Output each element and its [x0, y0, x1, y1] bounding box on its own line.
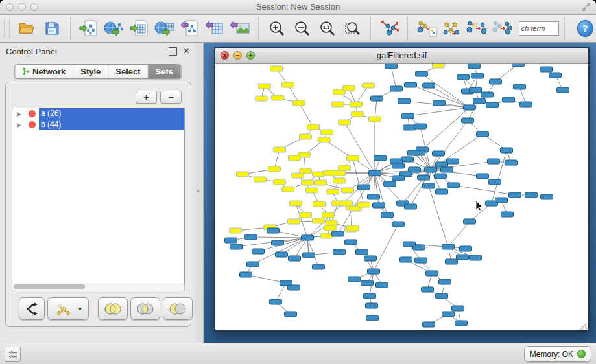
graph-node[interactable] [436, 293, 448, 299]
graph-node[interactable] [318, 137, 331, 142]
graph-node[interactable] [285, 312, 297, 317]
graph-node[interactable] [423, 83, 435, 88]
graph-node[interactable] [470, 255, 482, 260]
graph-node[interactable] [477, 174, 489, 179]
graph-node[interactable] [481, 92, 494, 97]
graph-node[interactable] [441, 167, 453, 172]
graph-node[interactable] [381, 212, 394, 218]
graph-node[interactable] [557, 87, 569, 93]
graph-node[interactable] [447, 159, 459, 164]
graph-node[interactable] [333, 178, 346, 183]
graph-node[interactable] [230, 228, 242, 233]
graph-node[interactable] [230, 244, 243, 249]
graph-node[interactable] [490, 79, 502, 84]
graph-node[interactable] [364, 256, 377, 261]
graph-node[interactable] [401, 157, 414, 162]
graph-node[interactable] [392, 222, 405, 227]
export-image-button[interactable] [228, 17, 253, 40]
graph-node[interactable] [267, 228, 280, 233]
graph-node[interactable] [332, 231, 344, 236]
task-history-button[interactable] [5, 347, 21, 362]
graph-node[interactable] [525, 192, 538, 198]
remove-set-button[interactable]: − [160, 91, 182, 104]
graph-node[interactable] [376, 282, 388, 288]
resize-grip[interactable] [578, 321, 588, 330]
graph-node[interactable] [259, 84, 271, 89]
tab-select[interactable]: Select [108, 65, 148, 78]
toolbar-grip[interactable] [4, 19, 10, 38]
graph-node[interactable] [268, 166, 281, 172]
graph-node[interactable] [321, 130, 333, 135]
graph-node[interactable] [333, 170, 346, 176]
graph-node[interactable] [247, 262, 259, 267]
graph-node[interactable] [240, 272, 252, 277]
graph-node[interactable] [471, 73, 484, 78]
graph-node[interactable] [422, 287, 434, 292]
graph-node[interactable] [495, 198, 508, 203]
network-frame[interactable]: x − + galFiltered.sif [214, 47, 590, 332]
graph-node[interactable] [405, 204, 417, 209]
graph-node[interactable] [289, 256, 301, 261]
graph-node[interactable] [270, 66, 283, 71]
network-canvas[interactable] [215, 64, 588, 331]
graph-node[interactable] [358, 185, 370, 190]
graph-node[interactable] [343, 85, 355, 91]
graph-node[interactable] [313, 218, 325, 223]
graph-node[interactable] [252, 249, 265, 254]
graph-node[interactable] [477, 131, 489, 137]
graph-node[interactable] [423, 183, 435, 188]
graph-node[interactable] [364, 293, 376, 299]
graph-node[interactable] [439, 279, 451, 284]
graph-node[interactable] [293, 100, 305, 106]
graph-node[interactable] [272, 95, 284, 100]
close-panel-icon[interactable]: ✕ [183, 46, 190, 56]
graph-node[interactable] [416, 71, 428, 76]
import-table-web-button[interactable] [152, 17, 177, 40]
graph-node[interactable] [361, 280, 374, 286]
graph-node[interactable] [333, 249, 346, 255]
graph-node[interactable] [369, 170, 381, 176]
graph-node[interactable] [245, 234, 257, 240]
tab-style[interactable]: Style [73, 65, 108, 78]
graph-node[interactable] [402, 113, 414, 119]
graph-node[interactable] [460, 246, 472, 251]
network-from-selection-button[interactable] [414, 17, 439, 40]
graph-node[interactable] [385, 64, 398, 69]
graph-node[interactable] [274, 179, 286, 185]
graph-node[interactable] [313, 201, 326, 207]
graph-node[interactable] [426, 271, 438, 276]
hide-selected-button[interactable] [464, 17, 490, 40]
graph-node[interactable] [302, 235, 314, 240]
graph-node[interactable] [442, 244, 455, 249]
graph-node[interactable] [327, 189, 339, 194]
graph-node[interactable] [256, 96, 268, 101]
graph-node[interactable] [457, 255, 469, 260]
graph-node[interactable] [324, 225, 337, 231]
graph-node[interactable] [374, 155, 387, 161]
graph-node[interactable] [348, 277, 361, 282]
graph-node[interactable] [352, 111, 364, 117]
graph-node[interactable] [408, 150, 420, 155]
graph-node[interactable] [300, 134, 312, 139]
export-network-button[interactable] [177, 17, 202, 40]
expander-triangle-icon[interactable]: ▶ [17, 122, 25, 128]
graph-node[interactable] [435, 174, 447, 179]
graph-node[interactable] [384, 181, 396, 187]
tab-network[interactable]: Network [15, 65, 73, 78]
set-union-button[interactable] [98, 297, 128, 320]
graph-node[interactable] [321, 233, 333, 238]
graph-node[interactable] [288, 219, 300, 224]
graph-node[interactable] [549, 73, 562, 78]
graph-node[interactable] [433, 151, 445, 156]
graph-node[interactable] [326, 220, 338, 225]
graph-node[interactable] [423, 322, 435, 327]
graph-node[interactable] [347, 225, 359, 231]
graph-node[interactable] [363, 83, 375, 88]
graph-node[interactable] [358, 202, 370, 207]
graph-node[interactable] [436, 189, 448, 194]
network-frame-titlebar[interactable]: x − + galFiltered.sif [215, 48, 588, 64]
float-panel-icon[interactable] [169, 47, 177, 56]
graph-node[interactable] [332, 102, 344, 107]
import-network-file-button[interactable] [77, 17, 102, 40]
graph-node[interactable] [306, 188, 318, 193]
